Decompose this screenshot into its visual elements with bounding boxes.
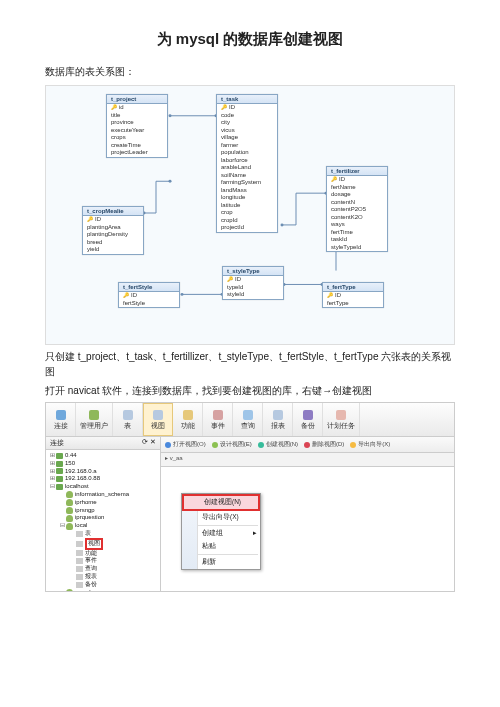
tree-item[interactable]: 备份 [48, 581, 160, 589]
f-icon [76, 531, 83, 537]
tree-item[interactable]: ⊞192.168.0.a [48, 468, 160, 476]
tree-label: iprhome [75, 499, 97, 507]
toolbar-管理用户[interactable]: 管理用户 [76, 403, 113, 436]
tree-header-controls[interactable]: ⟳ ✕ [142, 438, 156, 448]
f-icon [76, 550, 83, 556]
toolbar-label: 功能 [181, 422, 195, 431]
er-table-t_project: t_projectidtitleprovinceexecuteYearcrops… [106, 94, 168, 158]
bullet-icon [304, 442, 310, 448]
toolbar-连接[interactable]: 连接 [46, 403, 76, 436]
subtitle: 数据库的表关系图： [45, 65, 455, 79]
right-pane: 打开视图(O)设计视图(E)创建视图(N)删除视图(D)导出向导(X) ▸ v_… [161, 437, 454, 591]
subtoolbar-item[interactable]: 删除视图(D) [304, 440, 344, 449]
tree-label: 0.44 [65, 452, 77, 460]
toolbar-icon [121, 408, 135, 422]
subtoolbar-label: 设计视图(E) [220, 440, 252, 449]
tree-item[interactable]: ⊟local [48, 522, 160, 530]
f-icon [76, 541, 83, 547]
tree-item[interactable]: iprsngp [48, 507, 160, 515]
toolbar-表[interactable]: 表 [113, 403, 143, 436]
conn-icon [56, 453, 63, 459]
er-table-t_fertilizer: t_fertilizerIDfertNamedosagecontentNcont… [326, 166, 388, 252]
tree-item[interactable]: 查询 [48, 565, 160, 573]
toolbar-报表[interactable]: 报表 [263, 403, 293, 436]
toolbar-label: 报表 [271, 422, 285, 431]
toolbar-icon [301, 408, 315, 422]
context-menu-item[interactable]: 粘贴 [182, 540, 260, 553]
tree-label: 报表 [85, 573, 97, 581]
page-title: 为 mysql 的数据库创建视图 [45, 30, 455, 49]
subtoolbar-item[interactable]: 创建视图(N) [258, 440, 298, 449]
tree-item[interactable]: ⊞192.168.0.88 [48, 475, 160, 483]
toolbar-label: 连接 [54, 422, 68, 431]
svg-rect-11 [89, 410, 99, 420]
svg-rect-17 [273, 410, 283, 420]
tree-item[interactable]: ⊞150 [48, 460, 160, 468]
tree-item[interactable]: iprhome [48, 499, 160, 507]
db-icon [66, 499, 73, 506]
context-menu-item[interactable]: 创建视图(N) [182, 494, 260, 511]
tree-item[interactable]: ⊞0.44 [48, 452, 160, 460]
toolbar-备份[interactable]: 备份 [293, 403, 323, 436]
toolbar-label: 表 [124, 422, 131, 431]
tree-label: 表 [85, 530, 91, 538]
conn-icon [56, 461, 63, 467]
toolbar-icon [211, 408, 225, 422]
connection-tree-panel: 连接 ⟳ ✕ ⊞0.44⊞150⊞192.168.0.a⊞192.168.0.8… [46, 437, 161, 591]
tab-strip[interactable]: ▸ v_aa [161, 453, 454, 467]
tree-label: localhost [65, 483, 89, 491]
toolbar-icon [334, 408, 348, 422]
svg-rect-19 [336, 410, 346, 420]
tree-label: 功能 [85, 550, 97, 558]
toolbar-icon [181, 408, 195, 422]
tree-label: information_schema [75, 491, 129, 499]
toolbar-label: 计划任务 [327, 422, 355, 431]
subtoolbar-item[interactable]: 设计视图(E) [212, 440, 252, 449]
tree-item[interactable]: 事件 [48, 557, 160, 565]
tree-item[interactable]: 表 [48, 530, 160, 538]
tree-label: local [75, 522, 87, 530]
connection-tree[interactable]: ⊞0.44⊞150⊞192.168.0.a⊞192.168.0.88⊟local… [46, 450, 160, 591]
db-icon [66, 507, 73, 514]
tree-item[interactable]: iprquestion [48, 514, 160, 522]
toolbar-label: 查询 [241, 422, 255, 431]
toolbar-icon [87, 408, 101, 422]
conn-icon [56, 484, 63, 490]
tree-item[interactable]: 视图 [48, 538, 160, 550]
db-icon [66, 515, 73, 522]
toolbar-icon [151, 408, 165, 422]
toolbar-计划任务[interactable]: 计划任务 [323, 403, 360, 436]
svg-rect-18 [303, 410, 313, 420]
context-menu-item[interactable]: 刷新 [182, 556, 260, 569]
db-icon [66, 523, 73, 530]
tree-label: 150 [65, 460, 75, 468]
subtoolbar-label: 创建视图(N) [266, 440, 298, 449]
tree-item[interactable]: 功能 [48, 550, 160, 558]
tree-label: 192.168.0.a [65, 468, 97, 476]
subtoolbar-item[interactable]: 导出向导(X) [350, 440, 390, 449]
er-table-t_task: t_taskIDcodecityvicusvillagefarmerpopula… [216, 94, 278, 233]
context-menu[interactable]: 创建视图(N)导出向导(X)创建组▸粘贴刷新 [181, 493, 261, 570]
context-menu-item[interactable]: 创建组▸ [182, 527, 260, 540]
toolbar-label: 备份 [301, 422, 315, 431]
toolbar-功能[interactable]: 功能 [173, 403, 203, 436]
tree-item[interactable]: information_schema [48, 491, 160, 499]
tree-item[interactable]: mysql [48, 589, 160, 591]
svg-rect-16 [243, 410, 253, 420]
tree-label: iprsngp [75, 507, 95, 515]
tree-item[interactable]: ⊟localhost [48, 483, 160, 491]
context-menu-item[interactable]: 导出向导(X) [182, 511, 260, 524]
tree-item[interactable]: 报表 [48, 573, 160, 581]
tree-label: 查询 [85, 565, 97, 573]
svg-rect-15 [213, 410, 223, 420]
svg-rect-14 [183, 410, 193, 420]
f-icon [76, 558, 83, 564]
subtoolbar-item[interactable]: 打开视图(O) [165, 440, 206, 449]
toolbar-事件[interactable]: 事件 [203, 403, 233, 436]
navicat-screenshot: 连接管理用户表视图功能事件查询报表备份计划任务 连接 ⟳ ✕ ⊞0.44⊞150… [45, 402, 455, 592]
tree-header-label: 连接 [50, 438, 64, 448]
toolbar-视图[interactable]: 视图 [143, 403, 173, 436]
tree-label: iprquestion [75, 514, 104, 522]
toolbar-查询[interactable]: 查询 [233, 403, 263, 436]
tree-label: 事件 [85, 557, 97, 565]
